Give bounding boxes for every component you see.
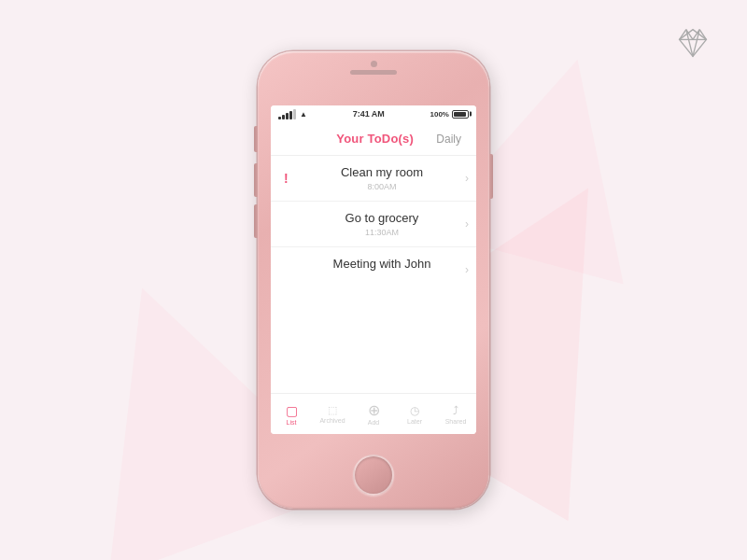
- status-bar: ▲ 7:41 AM 100%: [271, 105, 476, 122]
- tab-shared-label: Shared: [445, 418, 467, 425]
- tab-archived[interactable]: ⬚ Archived: [312, 404, 353, 424]
- tab-list-label: List: [287, 419, 297, 426]
- phone-top-area: [258, 61, 489, 75]
- status-signal: ▲: [278, 109, 307, 119]
- diamond-icon: [676, 26, 710, 60]
- camera: [371, 61, 377, 67]
- todo-item-3[interactable]: Meeting with John 2:00PM ›: [271, 247, 476, 274]
- todo-item-1[interactable]: ! Clean my room 8:00AM ›: [271, 156, 476, 202]
- nav-daily-tab[interactable]: Daily: [436, 133, 461, 146]
- chevron-icon-2: ›: [465, 217, 469, 231]
- phone-screen: ▲ 7:41 AM 100% Your ToDo(s) Daily: [271, 105, 476, 434]
- signal-bars: [278, 109, 296, 119]
- tab-later-icon: ◷: [410, 404, 419, 417]
- todo-title-1: Clean my room: [303, 165, 461, 181]
- tab-list-icon: ▢: [286, 403, 298, 418]
- chevron-icon-3: ›: [465, 263, 469, 274]
- nav-header: Your ToDo(s) Daily: [271, 122, 476, 156]
- todo-item-2[interactable]: Go to grocery 11:30AM ›: [271, 202, 476, 247]
- tab-bar: ▢ List ⬚ Archived ⊕ Add ◷ Later ⤴ Shar: [271, 393, 476, 434]
- todo-time-2: 11:30AM: [303, 228, 461, 237]
- tab-add[interactable]: ⊕ Add: [353, 403, 394, 426]
- todo-content-3: Meeting with John 2:00PM: [303, 257, 461, 274]
- volume-down-button[interactable]: [254, 204, 258, 238]
- volume-up-button[interactable]: [254, 163, 258, 197]
- todo-content-2: Go to grocery 11:30AM: [303, 211, 461, 237]
- todo-title-2: Go to grocery: [303, 211, 461, 227]
- battery-icon: [452, 110, 469, 119]
- home-button[interactable]: [353, 455, 394, 496]
- tab-add-icon: ⊕: [368, 403, 380, 418]
- nav-title: Your ToDo(s): [336, 132, 414, 146]
- speaker: [350, 70, 397, 75]
- tab-archived-label: Archived: [319, 417, 345, 424]
- todo-list: ! Clean my room 8:00AM › Go to grocery 1…: [271, 156, 476, 274]
- tab-archived-icon: ⬚: [328, 404, 337, 416]
- todo-time-3: 2:00PM: [303, 273, 461, 274]
- wifi-icon: ▲: [300, 110, 307, 119]
- status-time: 7:41 AM: [353, 109, 385, 119]
- tab-shared-icon: ⤴: [453, 404, 458, 417]
- todo-content-1: Clean my room 8:00AM: [303, 165, 461, 191]
- tab-add-label: Add: [368, 419, 379, 426]
- todo-time-1: 8:00AM: [303, 182, 461, 191]
- todo-title-3: Meeting with John: [303, 257, 461, 273]
- priority-icon-1: !: [284, 171, 297, 186]
- tab-later[interactable]: ◷ Later: [394, 404, 435, 425]
- tab-shared[interactable]: ⤴ Shared: [435, 404, 476, 425]
- tab-list[interactable]: ▢ List: [271, 403, 312, 426]
- power-button[interactable]: [489, 154, 493, 199]
- battery-percent: 100%: [430, 110, 449, 119]
- tab-later-label: Later: [407, 418, 422, 425]
- status-battery-area: 100%: [430, 110, 469, 119]
- chevron-icon-1: ›: [465, 172, 469, 185]
- phone-body: ▲ 7:41 AM 100% Your ToDo(s) Daily: [258, 51, 489, 509]
